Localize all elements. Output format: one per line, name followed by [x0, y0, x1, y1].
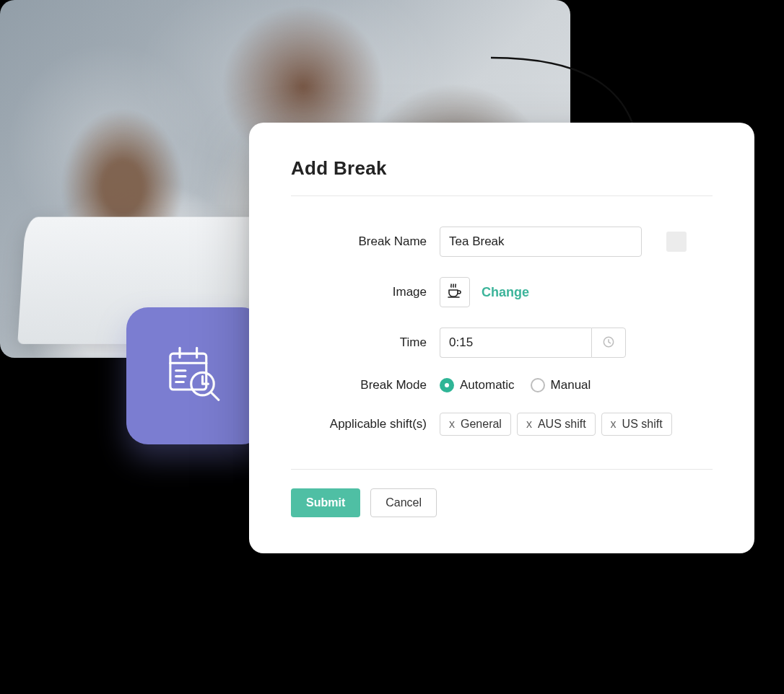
radio-dot-icon	[440, 378, 454, 392]
tea-cup-icon	[446, 282, 463, 302]
break-mode-manual-radio[interactable]: Manual	[531, 378, 591, 392]
applicable-shifts-label: Applicable shift(s)	[291, 417, 427, 431]
chip-label: US shift	[622, 418, 663, 431]
break-mode-automatic-radio[interactable]: Automatic	[440, 378, 515, 392]
shift-chip-general[interactable]: x General	[440, 413, 511, 436]
time-input[interactable]	[440, 328, 591, 358]
break-mode-label: Break Mode	[291, 378, 427, 392]
time-picker-button[interactable]	[591, 328, 626, 358]
radio-label: Manual	[551, 378, 591, 392]
cancel-button[interactable]: Cancel	[370, 488, 437, 517]
add-break-dialog: Add Break Break Name Image	[249, 123, 754, 553]
break-name-label: Break Name	[291, 234, 427, 249]
color-swatch[interactable]	[666, 232, 687, 252]
chip-remove-icon[interactable]: x	[449, 418, 455, 431]
calendar-magnify-icon	[165, 344, 225, 408]
chip-label: AUS shift	[538, 418, 586, 431]
radio-label: Automatic	[460, 378, 515, 392]
chip-label: General	[461, 418, 502, 431]
break-image-preview	[440, 277, 470, 307]
break-name-input[interactable]	[440, 227, 642, 257]
svg-line-8	[211, 392, 219, 400]
time-label: Time	[291, 335, 427, 350]
shift-chip-us[interactable]: x US shift	[601, 413, 672, 436]
submit-button[interactable]: Submit	[291, 488, 360, 517]
image-label: Image	[291, 285, 427, 299]
shift-chip-aus[interactable]: x AUS shift	[517, 413, 596, 436]
divider	[291, 196, 713, 196]
divider	[291, 469, 713, 470]
chip-remove-icon[interactable]: x	[611, 418, 617, 431]
dialog-title: Add Break	[291, 157, 713, 180]
feature-tile	[126, 307, 263, 444]
change-image-link[interactable]: Change	[482, 285, 529, 300]
chip-remove-icon[interactable]: x	[526, 418, 532, 431]
clock-icon	[601, 335, 616, 351]
radio-dot-icon	[531, 378, 545, 392]
